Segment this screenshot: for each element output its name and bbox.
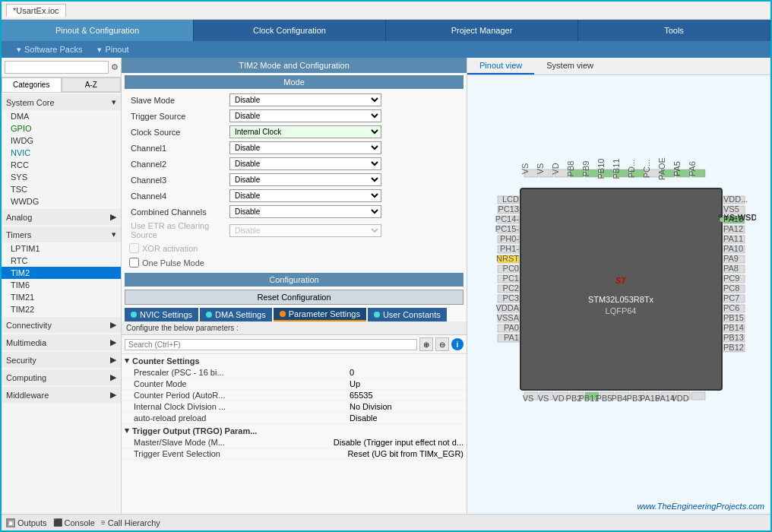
table-row: Trigger Source Disable (128, 108, 467, 124)
params-row-trigger-event: Trigger Event Selection Reset (UG bit fr… (122, 448, 467, 460)
param-value: Disable (Trigger input effect not d... (334, 438, 464, 447)
gear-icon[interactable]: ⚙ (111, 61, 119, 73)
sidebar-section-computing[interactable]: Computing ▶ (2, 369, 121, 385)
svg-text:PC3: PC3 (502, 293, 518, 302)
clock-source-select[interactable]: Internal Clock (229, 125, 381, 138)
param-value: 0 (350, 368, 464, 377)
tab-user-constants[interactable]: User Constants (368, 308, 447, 321)
combined-channels-select[interactable]: Disable (229, 205, 381, 218)
table-row: Channel4 Disable (128, 188, 467, 204)
sidebar-tab-categories[interactable]: Categories (2, 78, 62, 92)
etr-clearing-select-cell: Disable (226, 220, 467, 241)
tab-tools[interactable]: Tools (578, 20, 770, 41)
main-window: *UsartEx.ioc Pinout & Configuration Cloc… (0, 0, 772, 532)
one-pulse-row: One Pulse Mode (125, 255, 464, 270)
sidebar-tab-az[interactable]: A-Z (62, 78, 122, 92)
sidebar-section-middleware[interactable]: Middleware ▶ (2, 387, 121, 403)
params-row-autoreload: auto-reload preload Disable (122, 413, 467, 424)
sidebar-item-tim22[interactable]: TIM22 (2, 303, 121, 315)
param-name: Trigger Event Selection (134, 449, 347, 458)
dot-icon (280, 311, 286, 317)
combined-channels-select-cell: Disable (226, 204, 467, 220)
tab-system-view[interactable]: System view (534, 58, 606, 74)
one-pulse-label: One Pulse Mode (142, 258, 204, 268)
sub-nav-pinout[interactable]: ▾ Pinout (97, 45, 128, 55)
params-search-input[interactable] (125, 339, 417, 350)
svg-text:PB13: PB13 (723, 333, 744, 342)
tab-dma-settings[interactable]: DMA Settings (200, 308, 272, 321)
sidebar-item-tim21[interactable]: TIM21 (2, 291, 121, 303)
sidebar-item-nvic[interactable]: NVIC (2, 147, 121, 159)
config-section-title: Configuration (125, 273, 464, 287)
svg-text:PC14-: PC14- (495, 214, 519, 223)
params-filter-button[interactable]: ⊕ (419, 337, 433, 351)
tab-nvic-settings[interactable]: NVIC Settings (125, 308, 198, 321)
tab-parameter-settings[interactable]: Parameter Settings (274, 308, 366, 321)
svg-text:VSSA: VSSA (496, 313, 519, 322)
sidebar-item-rcc[interactable]: RCC (2, 159, 121, 171)
table-row: Use ETR as Clearing Source Disable (128, 220, 467, 241)
param-value: No Division (350, 402, 464, 411)
xor-checkbox[interactable] (129, 243, 139, 253)
sidebar-item-gpio[interactable]: GPIO (2, 122, 121, 135)
sidebar-section-analog[interactable]: Analog ▶ (2, 209, 121, 225)
console-tab[interactable]: ⬛ Console (53, 518, 95, 527)
etr-clearing-select[interactable]: Disable (229, 224, 381, 237)
channel4-select[interactable]: Disable (229, 189, 381, 202)
outputs-tab[interactable]: ▣ Outputs (6, 518, 47, 527)
svg-text:LCD: LCD (501, 195, 518, 204)
sidebar-section-connectivity[interactable]: Connectivity ▶ (2, 317, 121, 333)
sidebar-item-tim6[interactable]: TIM6 (2, 279, 121, 291)
xor-row: XOR activation (125, 241, 464, 255)
watermark: www.TheEngineeringProjects.com (637, 502, 764, 511)
channel3-select[interactable]: Disable (229, 173, 381, 186)
param-name: Counter Mode (134, 379, 350, 388)
sidebar-item-iwdg[interactable]: IWDG (2, 135, 121, 147)
tab-pinout-config[interactable]: Pinout & Configuration (2, 20, 194, 41)
terminal-icon: ▣ (6, 518, 15, 527)
tab-project-manager[interactable]: Project Manager (386, 20, 578, 41)
params-options-button[interactable]: ⊖ (435, 337, 449, 351)
sidebar-item-lptim1[interactable]: LPTIM1 (2, 242, 121, 255)
svg-text:PC2: PC2 (502, 283, 518, 293)
channel2-select[interactable]: Disable (229, 157, 381, 170)
sidebar-section-system-core[interactable]: System Core ▾ (2, 94, 121, 110)
svg-text:PA8: PA8 (723, 264, 739, 273)
svg-text:PA10: PA10 (723, 244, 743, 253)
table-row: Slave Mode Disable (128, 92, 467, 108)
sidebar-item-sys[interactable]: SYS (2, 171, 121, 183)
dot-icon (374, 312, 380, 318)
sidebar-section-timers[interactable]: Timers ▾ (2, 226, 121, 242)
param-name: auto-reload preload (134, 413, 350, 423)
sidebar-item-rtc[interactable]: RTC (2, 255, 121, 267)
tab-clock-config[interactable]: Clock Configuration (194, 20, 386, 41)
mode-config-table: Slave Mode Disable Trigger Source Disabl… (128, 92, 467, 241)
reset-config-button[interactable]: Reset Configuration (125, 290, 464, 305)
sidebar-item-tsc[interactable]: TSC (2, 183, 121, 195)
sidebar-item-tim2[interactable]: TIM2 (2, 267, 121, 279)
chevron-right-icon: ▶ (110, 355, 116, 365)
mode-section-label: Mode (125, 75, 464, 89)
one-pulse-checkbox[interactable] (129, 258, 139, 268)
sidebar-section-multimedia[interactable]: Multimedia ▶ (2, 334, 121, 350)
params-section-trigger[interactable]: ▾ Trigger Output (TRGO) Param... (122, 424, 467, 437)
sidebar-item-dma[interactable]: DMA (2, 110, 121, 122)
title-tab[interactable]: *UsartEx.ioc (6, 4, 66, 17)
sidebar: ⚙ Categories A-Z System Core ▾ DMA GPIO … (2, 58, 122, 514)
table-row: Channel2 Disable (128, 156, 467, 172)
svg-text:VDD...: VDD... (723, 195, 748, 204)
slave-mode-select[interactable]: Disable (229, 93, 381, 106)
sidebar-item-wwdg[interactable]: WWDG (2, 195, 121, 207)
content-area: ⚙ Categories A-Z System Core ▾ DMA GPIO … (2, 58, 770, 514)
tab-pinout-view[interactable]: Pinout view (467, 58, 534, 74)
sidebar-section-security[interactable]: Security ▶ (2, 352, 121, 368)
info-icon: i (451, 338, 464, 350)
call-hierarchy-tab[interactable]: ≡ Call Hierarchy (101, 518, 160, 527)
trigger-source-select[interactable]: Disable (229, 109, 381, 122)
params-section-counter[interactable]: ▾ Counter Settings (122, 354, 467, 367)
params-search-bar: ⊕ ⊖ i (122, 335, 467, 354)
search-input[interactable] (5, 61, 109, 74)
channel1-select[interactable]: Disable (229, 141, 381, 154)
param-name: Counter Period (AutoR... (134, 391, 350, 400)
sub-nav-software-packs[interactable]: ▾ Software Packs (17, 45, 82, 55)
